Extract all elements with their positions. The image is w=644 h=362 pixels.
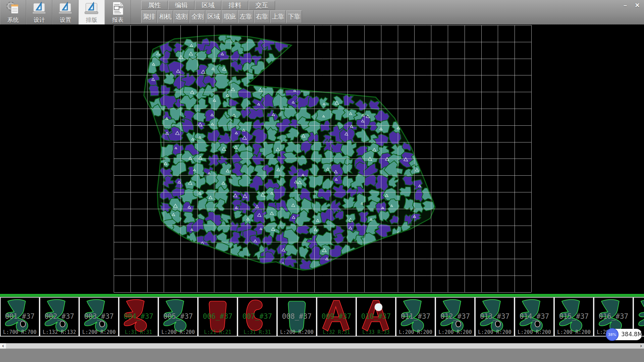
piece-count-label: L:200 R:200 xyxy=(396,329,435,335)
app-button-label: 系统 xyxy=(7,16,19,23)
app-button-3[interactable]: 设置 xyxy=(52,0,78,24)
piece-id-label: 008_#37 xyxy=(278,312,316,320)
menu-button-2[interactable]: 编辑 xyxy=(168,1,195,10)
progress-badge: 38% 384.8M xyxy=(606,328,642,341)
app-button-2[interactable]: 设计 xyxy=(26,0,52,24)
menu-button-5[interactable]: 交互 xyxy=(249,1,275,10)
close-button[interactable]: ✕ xyxy=(631,1,643,10)
menu-row-tools: 聚排相机选割全割区域瑕疵左靠右靠上靠下靠 xyxy=(141,10,302,23)
tool-button-2[interactable]: 相机 xyxy=(157,10,173,23)
piece-thumbnail-004[interactable]: 004_#37L:31 R:31 xyxy=(119,297,158,337)
app-button-5[interactable]: 报表 xyxy=(105,0,131,24)
progress-percent-label: 38% xyxy=(608,333,616,337)
scroll-right-button[interactable]: › xyxy=(638,343,644,349)
piece-id-label: 005_#37 xyxy=(159,312,197,320)
system-gear-icon xyxy=(7,3,18,14)
piece-id-label: 003_#37 xyxy=(80,312,118,320)
app-button-label: 设计 xyxy=(34,16,45,23)
tool-button-3[interactable]: 选割 xyxy=(173,10,189,23)
settings-ruler-icon xyxy=(58,1,73,16)
piece-thumbnail-013[interactable]: 013_#37L:200 R:200 xyxy=(475,297,515,337)
piece-id-label: 002_#37 xyxy=(40,312,78,320)
piece-count-label: L:200 R:200 xyxy=(476,329,514,335)
piece-id-label: 012_#37 xyxy=(436,312,474,320)
piece-count-label: L:31 R:31 xyxy=(119,329,158,335)
piece-thumbnail-014[interactable]: 014_#37L:200 R:200 xyxy=(515,297,554,337)
tool-button-6[interactable]: 瑕疵 xyxy=(222,10,237,23)
tool-button-7[interactable]: 左靠 xyxy=(238,10,254,23)
piece-id-label: 011_#37 xyxy=(396,312,435,320)
app-button-4[interactable]: 排版 xyxy=(78,0,105,24)
piece-count-label: L:132 R:132 xyxy=(40,329,78,335)
piece-count-label: L:200 R:200 xyxy=(515,329,553,335)
status-bar xyxy=(0,349,644,362)
piece-count-label: L:200 R:200 xyxy=(278,329,316,335)
piece-thumbnail-007[interactable]: 007_#37L:31 R:31 xyxy=(237,297,277,337)
piece-id-label: 010_#37 xyxy=(357,312,395,320)
piece-count-label: L:200 R:200 xyxy=(80,329,118,335)
window-controls: – ✕ xyxy=(619,1,643,10)
menu-button-4[interactable]: 排料 xyxy=(222,1,248,10)
tool-button-1[interactable]: 聚排 xyxy=(141,10,157,23)
piece-count-label: L:200 R:200 xyxy=(555,329,593,335)
piece-thumbnail-015[interactable]: 015_#37L:200 R:200 xyxy=(554,297,594,337)
ribbon-toolbar: 系统设计设置排版报表 属性编辑区域排料交互 聚排相机选割全割区域瑕疵左靠右靠上靠… xyxy=(0,0,644,25)
tool-button-5[interactable]: 区域 xyxy=(206,10,221,23)
piece-count-label: L:31 R:31 xyxy=(238,329,276,335)
application-window: 系统设计设置排版报表 属性编辑区域排料交互 聚排相机选割全割区域瑕疵左靠右靠上靠… xyxy=(0,0,644,362)
piece-thumbnail-001[interactable]: 001_#37L:700 R:700 xyxy=(0,297,40,337)
piece-count-label: L:200 R:200 xyxy=(159,329,197,335)
piece-id-label: 004_#37 xyxy=(119,312,158,320)
piece-count-label: L:32 R:31 xyxy=(317,329,356,335)
piece-thumbnail-003[interactable]: 003_#37L:200 R:200 xyxy=(79,297,119,337)
tool-button-10[interactable]: 下靠 xyxy=(286,10,302,23)
piece-thumbnail-011[interactable]: 011_#37L:200 R:200 xyxy=(396,297,435,337)
piece-id-label: 015_#37 xyxy=(555,312,593,320)
design-ruler-icon xyxy=(32,1,47,16)
piece-id-label: 006_#37 xyxy=(199,312,237,320)
progress-percent-circle: 38% xyxy=(606,328,619,341)
piece-thumbnail-012[interactable]: 012_#37L:200 R:200 xyxy=(435,297,475,337)
piece-thumbnail-006[interactable]: 006_#37L:21 R:21 xyxy=(198,297,237,337)
piece-thumbnail-010[interactable]: 010_#37L:33 R:33 xyxy=(356,297,396,337)
piece-thumbnail-005[interactable]: 005_#37L:200 R:200 xyxy=(158,297,198,337)
menu-row-primary: 属性编辑区域排料交互 xyxy=(141,1,275,10)
piece-thumbnail-009[interactable]: 009_#37L:32 R:31 xyxy=(317,297,356,337)
tool-button-9[interactable]: 上靠 xyxy=(270,10,286,23)
app-button-1[interactable]: 系统 xyxy=(0,0,26,24)
report-document-icon xyxy=(110,1,125,16)
piece-count-label: L:700 R:700 xyxy=(1,329,39,335)
piece-id-label: 007_#37 xyxy=(238,312,276,320)
piece-id-label: 001_#37 xyxy=(1,312,39,320)
piece-id-label: 013_#37 xyxy=(476,312,514,320)
system-gear-icon xyxy=(5,1,21,16)
piece-thumbnail-strip: 001_#37L:700 R:700002_#37L:132 R:132003_… xyxy=(0,297,644,337)
menu-button-1[interactable]: 属性 xyxy=(141,1,168,10)
tool-button-8[interactable]: 右靠 xyxy=(254,10,270,23)
scroll-left-button[interactable]: ‹ xyxy=(0,343,6,349)
piece-id-label: 014_#37 xyxy=(515,312,553,320)
piece-thumbnail-008[interactable]: 008_#37L:200 R:200 xyxy=(277,297,317,337)
piece-id-label: 009_#37 xyxy=(317,312,356,320)
app-button-label: 设置 xyxy=(60,16,71,23)
memory-size-label: 384.8M xyxy=(621,331,642,338)
app-button-label: 报表 xyxy=(112,16,123,23)
piece-thumbnail-002[interactable]: 002_#37L:132 R:132 xyxy=(40,297,79,337)
layout-ruler-icon xyxy=(84,1,99,16)
app-button-label: 排版 xyxy=(86,16,97,23)
piece-count-label: L:200 R:200 xyxy=(436,329,474,335)
strip-separator-line xyxy=(0,294,644,297)
minimize-button[interactable]: – xyxy=(619,1,631,10)
piece-count-label: L:33 R:33 xyxy=(357,329,395,335)
piece-id-label: 016_#37 xyxy=(594,312,633,320)
nesting-canvas[interactable] xyxy=(0,24,644,294)
menu-button-3[interactable]: 区域 xyxy=(195,1,221,10)
piece-count-label: L:21 R:21 xyxy=(199,329,237,335)
horizontal-scrollbar[interactable]: ‹ › xyxy=(0,343,644,349)
report-document-icon xyxy=(113,2,123,15)
tool-button-4[interactable]: 全割 xyxy=(190,10,205,23)
app-mode-buttons: 系统设计设置排版报表 xyxy=(0,0,131,24)
